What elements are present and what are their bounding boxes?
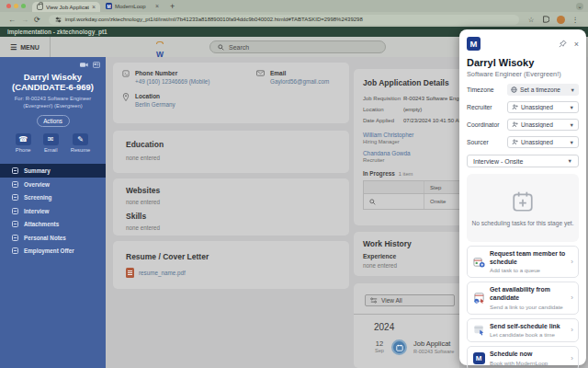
quick-action-label: Phone	[16, 147, 31, 153]
maximize-window-button[interactable]	[21, 4, 26, 8]
pin-icon[interactable]	[559, 40, 567, 48]
menu-button[interactable]: ☰ MENU	[0, 37, 51, 57]
tab-title: ModernLoop	[115, 4, 153, 9]
location-value: Berlin Germany	[135, 101, 175, 108]
action-title: Send self-schedule link	[490, 323, 566, 331]
environment-label: Implementation - zktechnology_pt1	[7, 29, 107, 35]
in-progress-table: Step Onsite	[363, 180, 459, 210]
site-info-icon[interactable]	[55, 17, 62, 23]
hiring-manager-link[interactable]: William Christopher	[363, 132, 459, 138]
globe-icon	[511, 86, 517, 93]
location-label: Location	[363, 107, 403, 112]
minimize-window-button[interactable]	[14, 4, 18, 8]
main-content: Phone Number +49 (160) 12346669 (Mobile)…	[106, 57, 459, 368]
calendar-plus-icon	[511, 190, 535, 213]
get-availability-card[interactable]: a Get availability from candidate Send a…	[467, 282, 579, 314]
tab-search-chevron-icon[interactable]: ⌄	[576, 3, 583, 10]
action-subtitle: Let candidate book a time	[490, 331, 566, 338]
view-all-filter[interactable]: View All	[365, 294, 455, 306]
tab-close-icon[interactable]: ×	[155, 3, 159, 9]
sourcer-label: Sourcer	[467, 139, 489, 145]
schedule-now-card[interactable]: M Schedule now Book with ModernLoop ›	[467, 346, 579, 368]
sidebar-item-interview[interactable]: Interview	[0, 204, 106, 218]
back-button[interactable]: ←	[8, 16, 16, 24]
recruiter-select[interactable]: Unassigned ▼	[507, 101, 579, 113]
candidate-sidebar: Darryl Wisoky (CANDIDATE-6-969) For: R-0…	[0, 57, 106, 368]
close-icon[interactable]: ×	[574, 40, 579, 49]
address-bar[interactable]: impl.workday.com/zktechnology_pt1/d/inst…	[49, 15, 519, 25]
profile-card-icon[interactable]	[93, 62, 100, 68]
email-value[interactable]: Gaylord56@gmail.com	[270, 78, 329, 85]
tab-close-icon[interactable]: ×	[92, 4, 96, 10]
browser-toolbar: ← → ⟳ impl.workday.com/zktechnology_pt1/…	[0, 12, 588, 27]
sidebar-item-personal-notes[interactable]: Personal Notes	[0, 231, 106, 245]
sidebar-item-employment-offer[interactable]: Employment Offer	[0, 244, 106, 258]
email-quick-action[interactable]: ✉ Email	[43, 133, 59, 153]
event-subtitle: R-00243 Software	[413, 349, 454, 354]
empty-state-text: No scheduling tasks for this stage yet.	[471, 220, 573, 226]
stage-select[interactable]: Interview - Onsite ▼	[467, 155, 579, 167]
hamburger-icon: ☰	[10, 43, 17, 52]
event-title: Job Applicat	[413, 339, 454, 348]
sidebar-item-summary[interactable]: Summary	[0, 164, 106, 178]
candidate-requisition: For: R-00243 Software Engineer (Evergree…	[0, 96, 106, 110]
bookmark-star-icon[interactable]: ☆	[528, 16, 535, 24]
search-placeholder: Search	[229, 44, 249, 51]
resume-file-link[interactable]: resume_name.pdf	[139, 270, 186, 276]
actions-button[interactable]: Actions	[37, 115, 70, 127]
coordinator-select[interactable]: Unassigned ▼	[507, 119, 579, 131]
chevron-right-icon: ›	[571, 293, 573, 302]
extensions-icon[interactable]	[542, 16, 549, 23]
sourcer-select[interactable]: Unassigned ▼	[507, 136, 579, 148]
candidate-name: Darryl Wisoky (CANDIDATE-6-969)	[0, 72, 106, 93]
sidebar-item-attachments[interactable]: Attachments	[0, 217, 106, 231]
video-icon[interactable]	[80, 62, 88, 68]
education-empty: none entered	[126, 155, 349, 161]
row-search-icon[interactable]	[369, 199, 376, 205]
person-add-icon	[512, 104, 518, 110]
timeline-event[interactable]: 12 Sep Job Applicat R-00243 Software	[374, 339, 459, 355]
availability-icon: a	[472, 292, 485, 305]
workday-logo-arc	[156, 41, 164, 44]
reload-button[interactable]: ⟳	[34, 16, 40, 24]
experience-subtitle: Experience	[363, 253, 459, 259]
window-controls[interactable]	[0, 4, 32, 8]
request-team-member-card[interactable]: Request team member to schedule Add task…	[467, 246, 579, 278]
profile-avatar[interactable]	[557, 16, 565, 24]
timezone-label: Timezone	[467, 86, 494, 93]
sidebar-nav: Summary Overview Screening Interview Att…	[0, 164, 106, 258]
requisition-value[interactable]: R-00243 Software Engineer (Eve	[403, 96, 459, 101]
phone-value[interactable]: +49 (160) 12346669 (Mobile)	[135, 78, 209, 85]
sidebar-item-overview[interactable]: Overview	[0, 178, 106, 191]
timeline-year: 2024	[374, 322, 459, 332]
screening-icon	[12, 194, 18, 201]
recruiter-value: Unassigned	[521, 104, 567, 110]
phone-quick-action[interactable]: ☎ Phone	[16, 133, 31, 153]
table-row[interactable]: Onsite	[364, 194, 459, 209]
menu-label: MENU	[20, 44, 40, 51]
workday-favicon-icon	[37, 4, 43, 10]
request-queue-icon	[472, 256, 485, 269]
nav-label: Overview	[24, 181, 50, 188]
action-title: Schedule now	[490, 351, 566, 359]
in-progress-count: 1 item	[399, 171, 413, 177]
tab-modernloop[interactable]: M ModernLoop ×	[100, 3, 164, 9]
global-search-input[interactable]: Search	[209, 40, 386, 53]
resume-quick-action[interactable]: ✎ Resume	[71, 133, 91, 153]
timezone-select[interactable]: Set a timezone ▼	[507, 84, 579, 96]
tab-view-job-application[interactable]: View Job Application - Darry ×	[32, 2, 100, 12]
recruiter-link[interactable]: Chandana Gowda	[363, 150, 459, 156]
nav-label: Attachments	[24, 221, 59, 227]
forward-button[interactable]: →	[21, 16, 28, 24]
personal-notes-icon	[12, 235, 18, 241]
new-tab-button[interactable]: +	[170, 2, 175, 11]
send-self-schedule-card[interactable]: Send self-schedule link Let candidate bo…	[467, 318, 579, 343]
chevron-right-icon: ›	[571, 354, 573, 362]
sidebar-item-screening[interactable]: Screening	[0, 190, 106, 204]
websites-title: Websites	[126, 186, 349, 195]
chevron-down-icon: ▼	[568, 158, 572, 164]
in-progress-label: In Progress	[363, 170, 395, 177]
close-window-button[interactable]	[6, 4, 11, 8]
modernloop-panel: M × Darryl Wisoky Software Engineer (Eve…	[459, 29, 586, 365]
browser-menu-icon[interactable]: ⋮	[572, 16, 580, 24]
